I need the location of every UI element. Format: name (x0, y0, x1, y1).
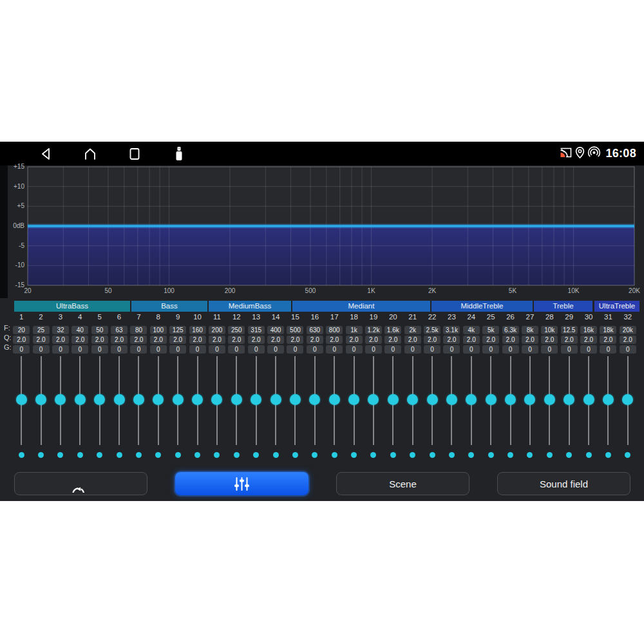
slider-knob[interactable] (94, 394, 105, 405)
band-number: 8 (149, 313, 168, 322)
db-tick-label: +10 (0, 183, 24, 190)
status-indicators: 16:08 (559, 142, 636, 166)
band-gain-value: 0 (267, 345, 284, 354)
db-tick-label: 0dB (0, 222, 24, 229)
slider-knob[interactable] (133, 394, 144, 405)
band-gain-value: 0 (209, 345, 225, 354)
band-slider (325, 354, 344, 451)
band-gain-value: 0 (71, 345, 88, 354)
band-dot (136, 452, 142, 458)
band-number: 9 (168, 313, 187, 322)
band-group-row: UltraBassBassMediumBassMediantMiddleTreb… (0, 301, 644, 312)
band-number: 19 (364, 313, 383, 322)
slider-knob[interactable] (192, 394, 203, 405)
slider-knob[interactable] (544, 394, 555, 405)
band-dot (351, 452, 357, 458)
band-group-bass[interactable]: Bass (131, 301, 207, 312)
slider-knob[interactable] (486, 394, 497, 405)
band-gain-value: 0 (463, 345, 480, 354)
band-group-ultratreble[interactable]: UltraTreble (594, 301, 639, 312)
home-icon[interactable] (83, 146, 97, 162)
band-number: 10 (187, 313, 207, 322)
band-gain-value: 0 (111, 345, 128, 354)
band-dot (312, 452, 317, 458)
slider-knob[interactable] (35, 394, 46, 405)
band-number: 4 (70, 313, 90, 322)
status-bar: 16:08 (0, 142, 644, 166)
band-slider (31, 354, 50, 451)
band-number: 24 (462, 313, 481, 322)
band-group-mediumbass[interactable]: MediumBass (209, 301, 291, 312)
slider-knob[interactable] (211, 394, 222, 405)
band-slider (618, 354, 638, 451)
sound-field-button[interactable]: Sound field (497, 472, 630, 495)
freq-tick-label: 20K (629, 287, 640, 294)
slider-knob[interactable] (622, 394, 633, 405)
slider-knob[interactable] (16, 394, 27, 405)
slider-knob[interactable] (368, 394, 379, 405)
slider-knob[interactable] (524, 394, 535, 405)
band-gain-value: 0 (502, 345, 519, 354)
band-group-treble[interactable]: Treble (534, 301, 592, 312)
slider-knob[interactable] (564, 394, 574, 405)
band-dot (117, 452, 122, 458)
band-slider (344, 354, 363, 451)
slider-knob[interactable] (583, 394, 594, 405)
band-dot (390, 452, 396, 458)
freq-tick-label: 2K (428, 287, 436, 294)
band-dot (38, 452, 44, 458)
slider-knob[interactable] (388, 394, 399, 405)
band-sliders (12, 354, 638, 451)
slider-knob[interactable] (603, 394, 614, 405)
band-number: 11 (207, 313, 227, 322)
q-value-row: 2.02.02.02.02.02.02.02.02.02.02.02.02.02… (12, 333, 638, 342)
slider-knob[interactable] (466, 394, 477, 405)
slider-knob[interactable] (309, 394, 320, 405)
band-slider (540, 354, 559, 451)
slider-knob[interactable] (231, 394, 242, 405)
scene-button[interactable]: Scene (336, 472, 469, 495)
slider-knob[interactable] (55, 394, 66, 405)
band-group-middletreble[interactable]: MiddleTreble (431, 301, 533, 312)
band-group-ultrabass[interactable]: UltraBass (14, 301, 130, 312)
band-dot (332, 452, 337, 458)
slider-knob[interactable] (290, 394, 301, 405)
band-slider (168, 354, 187, 451)
slider-knob[interactable] (446, 394, 457, 405)
band-slider (51, 354, 70, 451)
band-gain-value: 0 (522, 345, 538, 354)
band-dot (57, 452, 63, 458)
equalizer-button[interactable] (175, 472, 308, 495)
reset-button[interactable] (14, 472, 147, 495)
db-tick-label: -5 (0, 242, 24, 249)
band-slider (422, 354, 442, 451)
slider-knob[interactable] (427, 394, 438, 405)
recents-icon[interactable] (128, 146, 142, 162)
screen-cast-icon (559, 147, 573, 161)
band-slider (520, 354, 540, 451)
band-dot (586, 452, 592, 458)
slider-knob[interactable] (329, 394, 340, 405)
slider-knob[interactable] (173, 394, 184, 405)
band-number: 32 (618, 313, 638, 322)
band-slider (129, 354, 148, 451)
band-number: 14 (266, 313, 285, 322)
back-icon[interactable] (39, 146, 53, 162)
slider-knob[interactable] (348, 394, 359, 405)
eq-response-graph: +15+10+50dB-5-10-15 20501002005001K2K5K1… (0, 166, 644, 301)
band-number: 26 (500, 313, 520, 322)
slider-knob[interactable] (251, 394, 261, 405)
slider-knob[interactable] (505, 394, 516, 405)
band-dot (155, 452, 161, 458)
band-gain-value: 0 (443, 345, 460, 354)
freq-tick-label: 20 (24, 287, 31, 294)
band-gain-value: 0 (424, 345, 440, 354)
band-group-mediant[interactable]: Mediant (292, 301, 430, 312)
slider-knob[interactable] (75, 394, 86, 405)
slider-knob[interactable] (114, 394, 125, 405)
equalizer-app: 16:08 +15+10+50dB-5-10-15 20501002005001… (0, 142, 644, 501)
slider-knob[interactable] (270, 394, 281, 405)
slider-knob[interactable] (153, 394, 164, 405)
slider-knob[interactable] (407, 394, 418, 405)
band-slider (403, 354, 422, 451)
